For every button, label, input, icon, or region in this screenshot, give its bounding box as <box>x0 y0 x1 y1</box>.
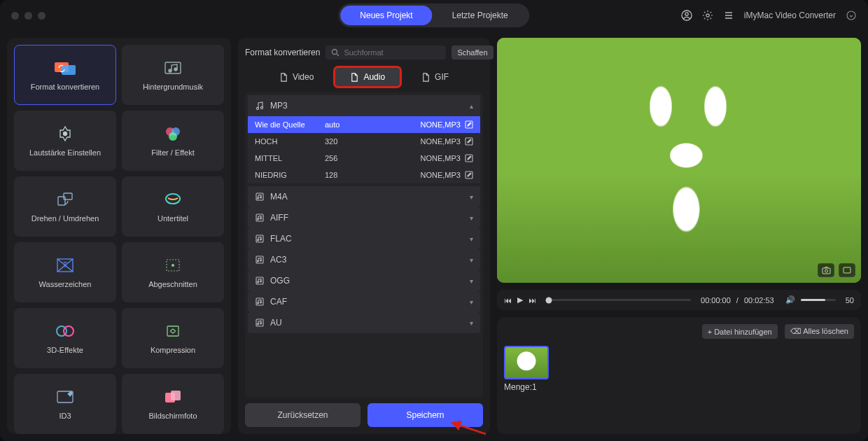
snapshot-button[interactable] <box>818 263 834 277</box>
format-actions: Zurücksetzen Speichern <box>245 403 483 427</box>
sidebar-item-bgm[interactable]: Hintergrundmusik <box>122 45 224 105</box>
edit-icon[interactable] <box>465 120 473 129</box>
clear-all-button[interactable]: ⌫ Alles löschen <box>785 324 854 339</box>
tab-video[interactable]: Video <box>264 67 329 87</box>
3d-icon <box>52 322 78 340</box>
tool-sidebar: Format konvertierenHintergrundmusikLauts… <box>7 38 231 434</box>
quality-row[interactable]: MITTEL256NONE,MP3 <box>248 150 480 167</box>
quality-codec: NONE,MP3 <box>421 137 473 146</box>
save-button-label: Speichern <box>406 410 444 420</box>
sidebar-item-screenshot[interactable]: Bildschirmfoto <box>122 374 224 434</box>
tab-video-label: Video <box>293 72 314 82</box>
edit-icon[interactable] <box>465 154 473 162</box>
traffic-min[interactable] <box>24 12 32 20</box>
seek-thumb[interactable] <box>546 297 552 303</box>
volume-icon[interactable]: 🔊 <box>785 295 795 304</box>
sidebar-item-format-convert[interactable]: Format konvertieren <box>14 45 116 105</box>
sidebar-item-compress[interactable]: Kompression <box>122 308 224 368</box>
svg-rect-57 <box>844 267 850 273</box>
quality-bitrate: auto <box>325 120 381 129</box>
sidebar-item-label: Abgeschnitten <box>148 280 197 288</box>
sidebar-item-label: Hintergrundmusik <box>143 83 203 91</box>
tab-audio[interactable]: Audio <box>335 67 400 87</box>
svg-rect-45 <box>256 277 263 284</box>
format-rows: Wie die QuelleautoNONE,MP3 HOCH320NONE,M… <box>248 116 480 183</box>
tab-gif[interactable]: GIF <box>406 67 464 87</box>
collapse-icon[interactable] <box>846 10 857 21</box>
audio-format-icon <box>255 276 265 286</box>
format-search-input[interactable] <box>344 48 440 57</box>
sidebar-item-label: Kompression <box>150 346 195 354</box>
tab-recent-projects[interactable]: Letzte Projekte <box>433 6 528 25</box>
format-group-header[interactable]: FLAC▾ <box>248 228 480 249</box>
sidebar-item-3d[interactable]: 3D-Effekte <box>14 308 116 368</box>
sidebar-item-rotate[interactable]: Drehen / Umdrehen <box>14 176 116 237</box>
traffic-close[interactable] <box>11 12 19 20</box>
video-preview <box>497 38 861 283</box>
menu-icon[interactable] <box>723 10 734 21</box>
format-group-header[interactable]: MP3 ▴ <box>248 95 480 116</box>
sidebar-item-label: Filter / Effekt <box>151 148 195 157</box>
format-group-header[interactable]: M4A▾ <box>248 186 480 207</box>
format-group-header[interactable]: CAF▾ <box>248 291 480 312</box>
sidebar-item-crop[interactable]: Abgeschnitten <box>122 242 224 302</box>
edit-icon[interactable] <box>465 171 473 179</box>
sidebar-item-id3[interactable]: ID3 <box>14 374 116 434</box>
format-group-name: AU <box>270 318 282 328</box>
svg-rect-39 <box>256 235 263 242</box>
sidebar-item-watermark[interactable]: TWasserzeichen <box>14 242 116 302</box>
format-group-header[interactable]: AIFF▾ <box>248 207 480 228</box>
reset-button[interactable]: Zurücksetzen <box>245 403 360 427</box>
create-format-button[interactable]: Schaffen <box>451 46 493 59</box>
audio-format-icon <box>255 318 265 328</box>
sidebar-item-filter[interactable]: Filter / Effekt <box>122 111 224 171</box>
gear-icon[interactable] <box>702 10 713 21</box>
svg-rect-25 <box>171 391 181 400</box>
annotation-arrow <box>445 420 487 435</box>
sidebar-item-label: Bildschirmfoto <box>148 412 197 420</box>
next-button[interactable]: ⏭ <box>528 296 536 304</box>
format-group-flac: FLAC▾ <box>248 228 480 249</box>
svg-rect-33 <box>256 193 263 200</box>
bgm-icon <box>160 59 186 77</box>
sidebar-item-volume[interactable]: Lautstärke Einstellen <box>14 111 116 171</box>
file-item[interactable]: Menge:1 <box>504 346 549 392</box>
format-group-header[interactable]: AC3▾ <box>248 249 480 270</box>
sidebar-item-subtitle[interactable]: Untertitel <box>122 176 224 237</box>
fullscreen-button[interactable] <box>839 263 855 277</box>
quality-row[interactable]: HOCH320NONE,MP3 <box>248 133 480 150</box>
preview-column: ⏮ ▶ ⏭ 00:00:00 / 00:02:53 🔊 50 + Datei h… <box>497 38 861 434</box>
seek-track[interactable] <box>546 299 691 301</box>
add-file-button[interactable]: + Datei hinzufügen <box>702 324 778 339</box>
svg-rect-5 <box>62 65 76 75</box>
quality-name: HOCH <box>255 137 325 146</box>
format-group-header[interactable]: OGG▾ <box>248 270 480 291</box>
svg-point-18 <box>172 265 174 267</box>
app-window: Neues Projekt Letzte Projekte iMyMac Vid… <box>0 0 868 441</box>
quality-codec: NONE,MP3 <box>421 120 473 129</box>
quality-row[interactable]: Wie die QuelleautoNONE,MP3 <box>248 116 480 133</box>
audio-format-icon <box>255 234 265 244</box>
format-group-caf: CAF▾ <box>248 291 480 312</box>
svg-point-27 <box>256 107 258 109</box>
edit-icon[interactable] <box>465 137 473 146</box>
preview-thumbnail <box>497 38 861 283</box>
subtitle-icon <box>160 190 186 209</box>
play-button[interactable]: ▶ <box>517 295 523 304</box>
quality-row[interactable]: NIEDRIG128NONE,MP3 <box>248 167 480 183</box>
prev-button[interactable]: ⏮ <box>504 296 512 304</box>
user-icon[interactable] <box>681 10 692 21</box>
volume-icon <box>52 125 78 143</box>
tab-new-project[interactable]: Neues Projekt <box>340 6 432 25</box>
save-button[interactable]: Speichern <box>368 403 483 427</box>
format-panel-header: Format konvertieren Schaffen ✕ <box>245 45 483 60</box>
format-panel-title: Format konvertieren <box>245 48 320 57</box>
volume-slider[interactable] <box>801 299 836 301</box>
format-group-header[interactable]: AU▾ <box>248 312 480 333</box>
svg-point-9 <box>64 132 67 136</box>
format-search[interactable] <box>326 46 446 59</box>
preview-overlay-controls <box>818 263 855 277</box>
traffic-max[interactable] <box>38 12 46 20</box>
volume-value: 50 <box>846 296 854 304</box>
sidebar-item-label: Drehen / Umdrehen <box>31 214 99 223</box>
